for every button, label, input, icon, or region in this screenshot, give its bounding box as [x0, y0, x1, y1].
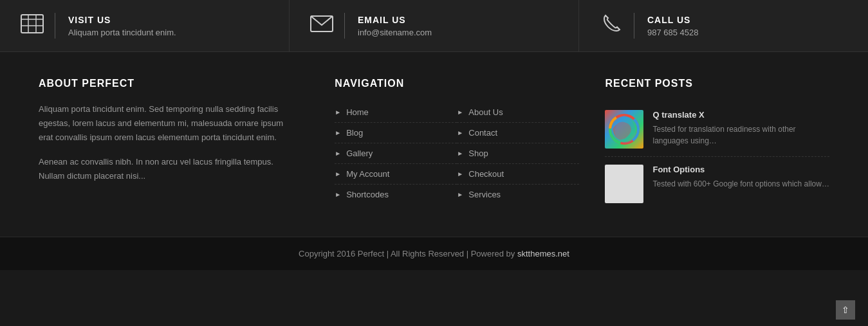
- nav-arrow-icon: ►: [457, 191, 463, 198]
- post-item-2: Font Options Tested with 600+ Google fon…: [605, 157, 829, 211]
- footer-bottom: Copyright 2016 Perfect | All Rights Rese…: [0, 237, 868, 270]
- visit-detail: Aliquam porta tincidunt enim.: [68, 28, 176, 37]
- nav-item-label: Checkout: [468, 169, 504, 179]
- nav-arrow-icon: ►: [335, 129, 341, 136]
- envelope-icon: [309, 15, 335, 37]
- contact-divider: [55, 13, 55, 39]
- post-thumbnail-2: [605, 165, 643, 203]
- visit-title: VISIT US: [68, 15, 176, 25]
- contact-item-visit: VISIT US Aliquam porta tincidunt enim.: [0, 0, 290, 51]
- nav-item-shortcodes[interactable]: ► Shortcodes: [335, 185, 457, 204]
- nav-item-services[interactable]: ► Services: [457, 185, 579, 204]
- nav-item-home[interactable]: ► Home: [335, 102, 457, 123]
- nav-col-2: ► About Us ► Contact ► Shop ► Checkout: [457, 102, 579, 204]
- map-icon: [19, 14, 45, 38]
- posts-title: RECENT POSTS: [605, 78, 829, 89]
- nav-item-label: My Account: [346, 169, 389, 179]
- nav-item-label: Services: [468, 190, 501, 199]
- post-excerpt-1: Tested for translation readiness with ot…: [652, 123, 829, 147]
- nav-arrow-icon: ►: [335, 191, 341, 198]
- nav-section: NAVIGATION ► Home ► Blog ► Gallery: [322, 78, 579, 211]
- post-excerpt-2: Tested with 600+ Google font options whi…: [652, 178, 829, 190]
- nav-item-aboutus[interactable]: ► About Us: [457, 102, 579, 123]
- about-section: ABOUT PERFECT Aliquam porta tincidunt en…: [39, 78, 296, 211]
- nav-title: NAVIGATION: [335, 78, 579, 89]
- contact-divider: [634, 13, 634, 39]
- about-para2: Aenean ac convallis nibh. In non arcu ve…: [39, 155, 283, 183]
- nav-item-label: About Us: [468, 107, 503, 117]
- nav-item-shop[interactable]: ► Shop: [457, 143, 579, 164]
- nav-columns: ► Home ► Blog ► Gallery ► My Account: [335, 102, 579, 204]
- footer-link[interactable]: sktthemes.net: [517, 249, 569, 258]
- contact-bar: VISIT US Aliquam porta tincidunt enim. E…: [0, 0, 868, 52]
- contact-item-email: EMAIL US info@sitename.com: [290, 0, 579, 51]
- nav-arrow-icon: ►: [457, 129, 463, 136]
- svg-rect-0: [21, 15, 43, 33]
- post-item-1: Q translate X Tested for translation rea…: [605, 102, 829, 157]
- contact-text-call: CALL US 987 685 4528: [647, 15, 699, 37]
- nav-arrow-icon: ►: [335, 150, 341, 157]
- about-title: ABOUT PERFECT: [39, 78, 283, 89]
- nav-item-gallery[interactable]: ► Gallery: [335, 143, 457, 164]
- post-thumbnail-1: [605, 110, 643, 149]
- about-para1: Aliquam porta tincidunt enim. Sed tempor…: [39, 102, 283, 145]
- post-title-2[interactable]: Font Options: [652, 165, 829, 174]
- back-to-top-button[interactable]: ⇧: [836, 300, 855, 320]
- post-info-1: Q translate X Tested for translation rea…: [652, 110, 829, 147]
- footer-main: ABOUT PERFECT Aliquam porta tincidunt en…: [0, 52, 868, 237]
- nav-item-label: Gallery: [346, 149, 373, 158]
- nav-arrow-icon: ►: [457, 170, 463, 177]
- phone-icon: [598, 14, 624, 38]
- call-detail: 987 685 4528: [647, 28, 699, 37]
- email-detail: info@sitename.com: [358, 28, 432, 37]
- nav-item-label: Contact: [468, 128, 497, 138]
- contact-text-visit: VISIT US Aliquam porta tincidunt enim.: [68, 15, 176, 37]
- email-title: EMAIL US: [358, 15, 432, 25]
- nav-item-label: Blog: [346, 128, 363, 138]
- nav-item-contact[interactable]: ► Contact: [457, 123, 579, 143]
- nav-item-label: Home: [346, 107, 369, 117]
- nav-arrow-icon: ►: [335, 109, 341, 116]
- nav-col-1: ► Home ► Blog ► Gallery ► My Account: [335, 102, 457, 204]
- nav-arrow-icon: ►: [457, 109, 463, 116]
- contact-text-email: EMAIL US info@sitename.com: [358, 15, 432, 37]
- nav-item-label: Shortcodes: [346, 190, 389, 199]
- nav-arrow-icon: ►: [335, 170, 341, 177]
- footer-copyright-text: Copyright 2016 Perfect | All Rights Rese…: [299, 249, 517, 258]
- nav-item-label: Shop: [468, 149, 488, 158]
- nav-arrow-icon: ►: [457, 150, 463, 157]
- nav-item-blog[interactable]: ► Blog: [335, 123, 457, 143]
- call-title: CALL US: [647, 15, 699, 25]
- post-info-2: Font Options Tested with 600+ Google fon…: [652, 165, 829, 190]
- nav-item-myaccount[interactable]: ► My Account: [335, 164, 457, 185]
- post-title-1[interactable]: Q translate X: [652, 110, 829, 120]
- contact-divider: [344, 13, 345, 39]
- posts-section: RECENT POSTS Q translate X Tested for tr…: [605, 78, 829, 211]
- nav-item-checkout[interactable]: ► Checkout: [457, 164, 579, 185]
- contact-item-call: CALL US 987 685 4528: [579, 0, 868, 51]
